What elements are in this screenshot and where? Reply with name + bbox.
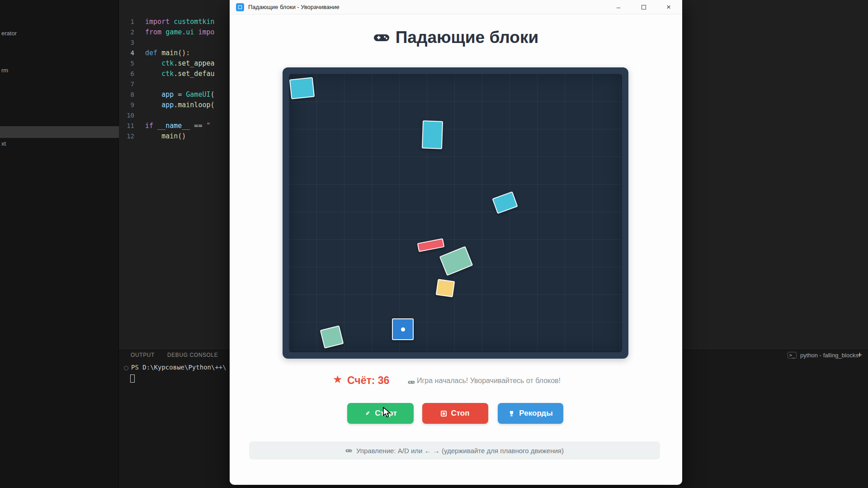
trophy-icon <box>508 410 515 417</box>
game-field[interactable] <box>289 74 622 352</box>
falling-block <box>436 279 455 298</box>
maximize-button[interactable] <box>633 0 654 14</box>
left-panel-selected-item[interactable] <box>0 126 119 138</box>
panel-tab-output[interactable]: OUTPUT <box>131 352 155 358</box>
records-button-label: Рекорды <box>519 409 552 418</box>
score-label: Счёт: 36 <box>347 374 389 387</box>
terminal-instance-label: python - falling_blocks <box>800 352 859 359</box>
window-title: Падающие блоки - Уворачивание <box>248 4 340 10</box>
stop-button-label: Стоп <box>451 409 469 418</box>
falling-block <box>417 238 445 252</box>
falling-block <box>439 246 473 276</box>
falling-block <box>422 120 443 149</box>
player-block <box>392 318 414 340</box>
window-titlebar[interactable]: Падающие блоки - Уворачивание – × <box>230 0 682 14</box>
hint-gamepad-icon <box>345 448 352 453</box>
records-button[interactable]: Рекорды <box>498 403 563 424</box>
status-message: Игра началась! Уворачивайтесь от блоков! <box>417 377 561 385</box>
terminal-cursor <box>130 374 135 383</box>
terminal-prompt[interactable]: PS D:\Курсовые\Python\++\ <box>131 364 230 371</box>
game-title: Падающие блоки <box>396 28 538 47</box>
falling-block <box>289 77 315 99</box>
status-gamepad-icon <box>408 379 415 387</box>
close-button[interactable]: × <box>658 0 679 14</box>
controls-hint-text: Управление: A/D или ← → (удерживайте для… <box>356 447 564 455</box>
terminal-icon: >_ <box>788 352 797 359</box>
left-panel-fragment: erator <box>1 30 17 37</box>
start-button-label: Старт <box>375 409 397 418</box>
falling-block <box>320 325 344 348</box>
stop-button[interactable]: Стоп <box>422 403 488 424</box>
game-header: Падающие блоки <box>230 28 682 47</box>
panel-tab-debug-console[interactable]: DEBUG CONSOLE <box>167 352 218 358</box>
minimize-button[interactable]: – <box>608 0 629 14</box>
terminal-instance[interactable]: >_ python - falling_blocks <box>788 352 859 359</box>
start-button[interactable]: Старт <box>347 403 414 424</box>
gamepad-icon <box>373 32 390 43</box>
left-side-panel: erator rm xt <box>0 0 119 488</box>
left-panel-fragment: rm <box>1 67 8 74</box>
falling-block <box>492 191 518 214</box>
new-terminal-button[interactable]: + <box>857 350 862 360</box>
rocket-icon <box>364 410 371 417</box>
app-icon <box>236 3 244 11</box>
command-status-icon <box>124 366 128 370</box>
game-window: Падающие блоки - Уворачивание – × Падающ… <box>230 0 682 485</box>
star-icon: ★ <box>333 373 343 386</box>
game-canvas-frame <box>283 67 628 359</box>
screen: falling_blocks › ◆ game.py › 1import cus… <box>0 0 868 488</box>
controls-hint-bar: Управление: A/D или ← → (удерживайте для… <box>249 441 660 460</box>
left-panel-fragment: xt <box>1 140 6 147</box>
stop-icon <box>441 411 447 417</box>
